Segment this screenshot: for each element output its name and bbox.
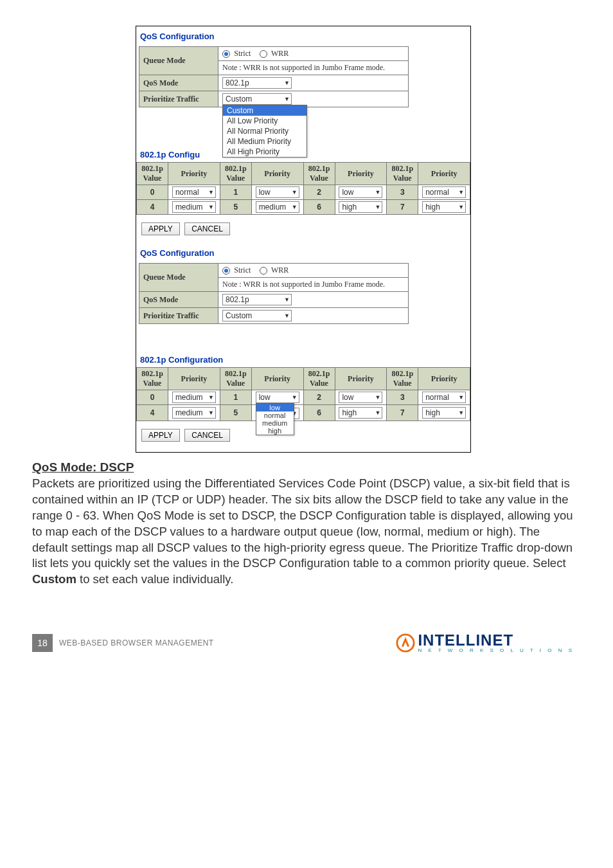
cancel-button-2[interactable]: CANCEL [184,429,230,442]
pri2-select-6[interactable]: high▼ [339,407,382,419]
queue-mode-row-2: Strict WRR [218,264,409,278]
chevron-down-icon: ▼ [208,204,214,210]
chevron-down-icon: ▼ [292,189,298,195]
prioritize-label: Prioritize Traffic [139,91,218,107]
chevron-down-icon: ▼ [208,394,214,401]
cancel-button-1[interactable]: CANCEL [184,222,230,235]
qos-mode-label-2: QoS Mode [139,292,218,308]
radio-wrr[interactable] [260,50,267,58]
pri2-select-7[interactable]: high▼ [422,407,466,419]
th-value: 802.1p Value [303,163,335,185]
wrr-note: Note : WRR is not supported in Jumbo Fra… [218,61,409,75]
chevron-down-icon: ▼ [284,296,290,303]
brand-name: INTELLINET [418,633,574,648]
prioritize-dropdown-panel[interactable]: Custom All Low Priority All Normal Prior… [222,105,307,158]
prioritize-select-2[interactable]: Custom ▼ [222,310,292,321]
brand-logo: INTELLINET N E T W O R K S O L U T I O N… [396,633,574,653]
chevron-down-icon: ▼ [208,189,214,195]
pri-select-0[interactable]: normal▼ [172,186,216,198]
pri-select-5[interactable]: medium▼ [256,201,299,213]
queue-mode-row: Strict WRR [218,47,409,61]
opt-high[interactable]: high [256,427,294,435]
pri-select-3[interactable]: normal▼ [422,186,466,198]
val-6: 6 [303,200,335,215]
chevron-down-icon: ▼ [284,312,290,319]
prioritize-label-2: Prioritize Traffic [139,308,218,324]
dd-opt-normal[interactable]: All Normal Priority [223,126,306,136]
wrr-label: WRR [271,49,289,58]
val-2: 2 [303,185,335,200]
chevron-down-icon: ▼ [375,410,380,416]
th-priority: Priority [335,163,387,185]
chevron-down-icon: ▼ [375,394,380,401]
val-7: 7 [387,200,418,215]
prioritize-value: Custom [226,95,252,104]
dd-opt-low[interactable]: All Low Priority [223,116,306,126]
th-priority: Priority [251,163,303,185]
radio-strict-2[interactable] [222,267,230,275]
dd-opt-high[interactable]: All High Priority [223,147,306,157]
chevron-down-icon: ▼ [458,204,464,210]
pri2-select-3[interactable]: normal▼ [422,392,466,403]
th-value: 802.1p Value [387,163,418,185]
opt-low[interactable]: low [256,404,294,411]
chevron-down-icon: ▼ [284,96,290,102]
8021p-table-1: 802.1p Value Priority 802.1p Value Prior… [136,162,470,215]
pri2-select-4[interactable]: medium▼ [172,407,216,419]
chevron-down-icon: ▼ [292,394,298,401]
chevron-down-icon: ▼ [284,80,290,86]
pri-select-1[interactable]: low▼ [256,186,299,198]
custom-bold: Custom [32,572,76,586]
pri2-select-2[interactable]: low▼ [339,392,382,403]
apply-button-2[interactable]: APPLY [141,429,180,442]
th-priority: Priority [168,163,220,185]
para-1: Packets are prioritized using the Differ… [32,476,573,570]
pri2-select-1-open[interactable]: low▼ low normal medium high [256,392,299,403]
qos-screenshot: QoS Configuration Queue Mode Strict WRR … [136,26,471,453]
qos-mode-select[interactable]: 802.1p ▼ [222,77,292,89]
th-value: 802.1p Value [220,163,251,185]
qos-mode-value: 802.1p [226,78,249,87]
qos-config-title-2: QoS Configuration [136,243,470,263]
apply-button-1[interactable]: APPLY [141,222,180,235]
pri2-select-0[interactable]: medium▼ [172,392,216,403]
queue-mode-label-2: Queue Mode [139,264,218,292]
page-footer: 18 WEB-BASED BROWSER MANAGEMENT INTELLIN… [32,633,574,653]
qos-config-title-1: QoS Configuration [136,26,470,46]
dd-opt-custom[interactable]: Custom [223,105,306,116]
dd-opt-medium[interactable]: All Medium Priority [223,136,306,147]
th-value: 802.1p Value [137,163,168,185]
8021p-table-2: 802.1p ValuePriority 802.1p ValuePriorit… [136,367,470,421]
val-5: 5 [220,200,251,215]
val-1: 1 [220,185,251,200]
val-0: 0 [137,185,168,200]
chevron-down-icon: ▼ [458,394,464,401]
pri-select-7[interactable]: high▼ [422,201,466,213]
prioritize-select-open[interactable]: Custom ▼ Custom All Low Priority All Nor… [222,93,292,105]
page-number: 18 [32,634,53,652]
pri-select-4[interactable]: medium▼ [172,201,216,213]
qos-mode-label: QoS Mode [139,75,218,91]
chevron-down-icon: ▼ [375,204,380,210]
opt-medium[interactable]: medium [256,419,294,427]
brand-tagline: N E T W O R K S O L U T I O N S [418,648,574,653]
strict-label: Strict [234,49,251,58]
pri-select-6[interactable]: high▼ [339,201,382,213]
8021p-section-title-2: 802.1p Configuration [136,350,470,367]
wrr-note-2: Note : WRR is not supported in Jumbo Fra… [218,278,409,292]
th-priority: Priority [418,163,470,185]
radio-wrr-2[interactable] [260,267,267,275]
logo-icon [396,633,415,653]
para-2: to set each value individually. [76,572,233,586]
radio-strict[interactable] [222,50,230,58]
opt-normal[interactable]: normal [256,411,294,419]
queue-mode-label: Queue Mode [139,47,218,75]
body-text: QoS Mode: DSCP Packets are prioritized u… [32,459,574,588]
qos-mode-select-2[interactable]: 802.1p ▼ [222,294,292,305]
chevron-down-icon: ▼ [292,204,298,210]
chevron-down-icon: ▼ [458,189,464,195]
pri-dropdown-panel[interactable]: low normal medium high [256,403,294,435]
section-heading: QoS Mode: DSCP [32,459,574,476]
chevron-down-icon: ▼ [208,410,214,416]
pri-select-2[interactable]: low▼ [339,186,382,198]
